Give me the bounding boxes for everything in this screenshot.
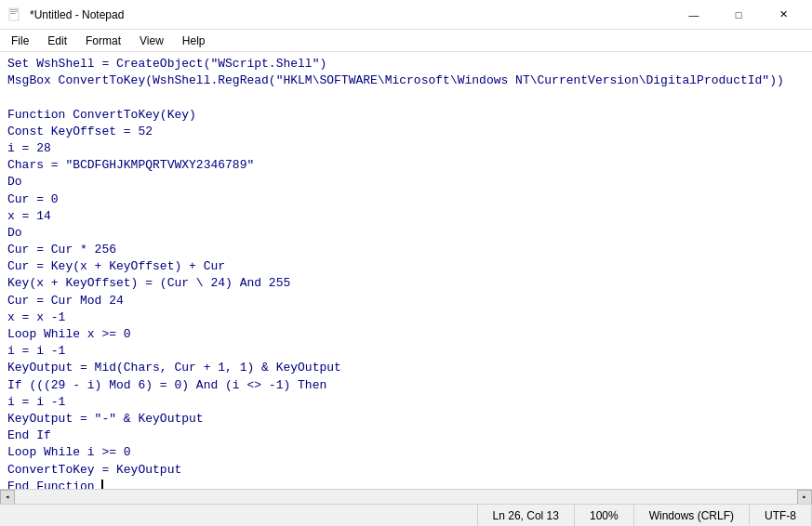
title-bar: *Untitled - Notepad — □ ✕ <box>0 0 812 30</box>
svg-rect-2 <box>10 11 18 12</box>
scroll-left-button[interactable]: ◂ <box>0 490 15 505</box>
editor-container: Set WshShell = CreateObject("WScript.She… <box>0 52 812 504</box>
svg-rect-3 <box>10 13 16 14</box>
scroll-right-button[interactable]: ▸ <box>797 490 812 505</box>
status-bar: Ln 26, Col 13 100% Windows (CRLF) UTF-8 <box>0 504 812 526</box>
status-ln-col: Ln 26, Col 13 <box>478 505 575 526</box>
window-controls: — □ ✕ <box>672 0 805 30</box>
close-button[interactable]: ✕ <box>762 0 805 30</box>
status-empty <box>0 505 478 526</box>
status-line-ending: Windows (CRLF) <box>634 505 750 526</box>
menu-view[interactable]: View <box>132 33 171 49</box>
menu-edit[interactable]: Edit <box>40 33 74 49</box>
menu-format[interactable]: Format <box>78 33 128 49</box>
svg-rect-1 <box>10 9 18 10</box>
menu-help[interactable]: Help <box>175 33 213 49</box>
scroll-track[interactable] <box>15 492 797 503</box>
status-zoom: 100% <box>575 505 634 526</box>
title-bar-left: *Untitled - Notepad <box>7 7 124 22</box>
maximize-button[interactable]: □ <box>717 0 760 30</box>
app-icon <box>7 7 22 22</box>
window-title: *Untitled - Notepad <box>30 8 124 21</box>
menu-file[interactable]: File <box>4 33 36 49</box>
editor-scroll-area[interactable]: Set WshShell = CreateObject("WScript.She… <box>0 52 812 489</box>
code-content[interactable]: Set WshShell = CreateObject("WScript.She… <box>7 56 805 489</box>
minimize-button[interactable]: — <box>672 0 715 30</box>
menu-bar: File Edit Format View Help <box>0 30 812 52</box>
horizontal-scrollbar[interactable]: ◂ ▸ <box>0 489 812 504</box>
status-encoding: UTF-8 <box>750 505 812 526</box>
